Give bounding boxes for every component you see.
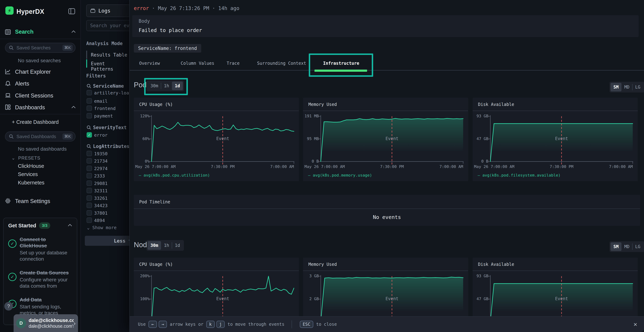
sidebar-item-search[interactable]: Search [15, 28, 34, 35]
filter-value[interactable]: 21734 [94, 158, 108, 164]
divider [0, 114, 80, 114]
checkbox[interactable] [86, 90, 92, 95]
mode-event-patterns[interactable]: Event Patterns [91, 61, 129, 72]
checkbox[interactable] [86, 218, 92, 223]
laptop-icon [5, 92, 11, 98]
tab-column-values[interactable]: Column Values [181, 61, 214, 66]
sidebar-item-alerts[interactable]: Alerts [15, 80, 29, 87]
filter-value[interactable]: frontend [94, 106, 116, 111]
filter-value[interactable]: 19350 [94, 151, 108, 156]
filter-value[interactable]: payment [94, 114, 113, 118]
saved-searches-input[interactable]: ⌘K [5, 43, 76, 53]
tab-trace[interactable]: Trace [227, 61, 240, 66]
x-axis-label: 7:30:00 PM [196, 164, 250, 169]
tab-overview[interactable]: Overview [139, 61, 160, 66]
checkbox[interactable] [86, 180, 92, 186]
sidebar-collapse-icon[interactable] [68, 8, 76, 15]
sidebar-item-team-settings[interactable]: Team Settings [15, 198, 50, 204]
filter-value[interactable]: 32311 [94, 188, 108, 193]
gear-icon [5, 198, 11, 204]
divider [303, 270, 468, 271]
node-range-30m[interactable]: 30m [148, 241, 161, 250]
help-button[interactable]: ? [4, 302, 13, 310]
pod-size-md[interactable]: MD [622, 83, 632, 92]
pod-size-lg[interactable]: LG [632, 83, 643, 92]
checkbox[interactable] [86, 210, 92, 216]
y-axis-label: 2 GB [304, 296, 319, 301]
user-email: dale@clickhouse.com [28, 318, 74, 323]
sidebar-item-dashboards[interactable]: Dashboards [15, 104, 45, 111]
checkbox[interactable] [86, 98, 92, 104]
chart-legend: — avg(k8s.pod.memory.usage) [308, 173, 372, 178]
checkbox[interactable] [86, 151, 92, 156]
node-range-1h[interactable]: 1h [161, 241, 172, 250]
checkbox[interactable] [86, 195, 92, 201]
checklist-item[interactable]: ✓ Create Data Sources Configure where yo… [8, 270, 72, 289]
tabs-divider [130, 70, 644, 71]
checkbox[interactable] [86, 173, 92, 178]
node-range-1d[interactable]: 1d [172, 241, 183, 250]
filter-value[interactable]: 22974 [94, 166, 108, 171]
dashboards-grid-icon [5, 104, 11, 110]
event-search-field[interactable] [90, 23, 129, 28]
filter-group-logattributes[interactable]: LogAttributes [93, 144, 129, 149]
service-tag[interactable]: ServiceName: frontend [134, 44, 201, 52]
node-size-lg[interactable]: LG [632, 242, 643, 251]
hyperdx-app: { "colors": { "accent_teal": "#2fd6a3", … [0, 0, 644, 332]
body-text: Failed to place order [139, 27, 202, 33]
sidebar-item-client-sessions[interactable]: Client Sessions [15, 92, 53, 99]
filter-value[interactable]: 4894 [94, 218, 105, 223]
sidebar-item-chart-explorer[interactable]: Chart Explorer [15, 69, 51, 75]
user-account-chip[interactable]: D dale@clickhouse.com dale@clickhouse.co… [14, 314, 78, 332]
chevron-up-icon[interactable] [71, 30, 76, 35]
saved-searches-field[interactable] [16, 45, 62, 51]
checklist-item[interactable]: ✓ Add Data Start sending logs, metrics, … [8, 296, 72, 316]
chevron-up-icon[interactable] [71, 106, 76, 110]
checkbox[interactable] [86, 166, 92, 171]
filter-value[interactable]: 29081 [94, 181, 108, 186]
filter-group-servicename[interactable]: ServiceName [93, 83, 124, 89]
create-dashboard-button[interactable]: + Create Dashboard [12, 119, 59, 125]
pod-size-sm[interactable]: SM [610, 83, 622, 92]
filter-value[interactable]: 2333 [94, 173, 105, 178]
filter-value[interactable]: email [94, 98, 108, 104]
checkbox[interactable] [86, 158, 92, 164]
close-icon[interactable]: ✕ [634, 320, 637, 328]
filter-value[interactable]: artillery-loa [94, 90, 129, 96]
saved-dashboards-input[interactable]: ⌘K [5, 132, 76, 142]
hint-mid2: to move through events [228, 322, 284, 327]
node-size-sm[interactable]: SM [610, 242, 622, 251]
filter-value[interactable]: 37801 [94, 210, 108, 216]
filter-value[interactable]: error [94, 132, 108, 138]
preset-kubernetes[interactable]: Kubernetes [18, 180, 44, 186]
show-more-button[interactable]: ⌄ Show more [87, 225, 117, 230]
node-timerange-control: 30m 1h 1d [146, 240, 184, 251]
pod-timeline-card: Pod Timeline No events [134, 195, 640, 226]
mode-results-table[interactable]: Results Table [91, 52, 127, 58]
get-started-progress-badge: 3/3 [39, 222, 50, 229]
source-selector-button[interactable]: Logs [86, 4, 129, 17]
checklist-item[interactable]: ✓ Connect to ClickHouse Set up your data… [8, 236, 72, 262]
tab-surrounding-context[interactable]: Surrounding Context [257, 61, 306, 66]
checkbox[interactable] [86, 203, 92, 208]
checkbox[interactable] [86, 188, 92, 193]
preset-clickhouse[interactable]: ClickHouse [18, 163, 44, 169]
checkbox[interactable] [86, 113, 92, 118]
node-size-md[interactable]: MD [622, 242, 632, 251]
preset-services[interactable]: Services [18, 171, 38, 177]
event-marker-label: Event [378, 136, 406, 141]
event-marker-label: Event [547, 296, 576, 301]
event-detail-panel: error · May 26 7:13:26 PM · 14h ago Body… [129, 0, 644, 332]
event-relative-time: 14h ago [218, 5, 239, 11]
app-title: HyperDX [16, 8, 44, 16]
saved-dashboards-field[interactable] [16, 134, 62, 140]
less-filters-button[interactable]: Less filters [85, 236, 129, 246]
chevron-up-icon[interactable] [68, 224, 72, 228]
event-search-input[interactable] [86, 20, 129, 31]
filter-value[interactable]: 33261 [94, 196, 108, 201]
filter-group-severitytext[interactable]: SeverityText [93, 125, 127, 130]
presets-toggle[interactable]: ⌄ PRESETS [12, 156, 40, 161]
checkbox-checked[interactable]: ✓ [86, 132, 92, 138]
checkbox[interactable] [86, 106, 92, 111]
filter-value[interactable]: 34423 [94, 203, 108, 208]
